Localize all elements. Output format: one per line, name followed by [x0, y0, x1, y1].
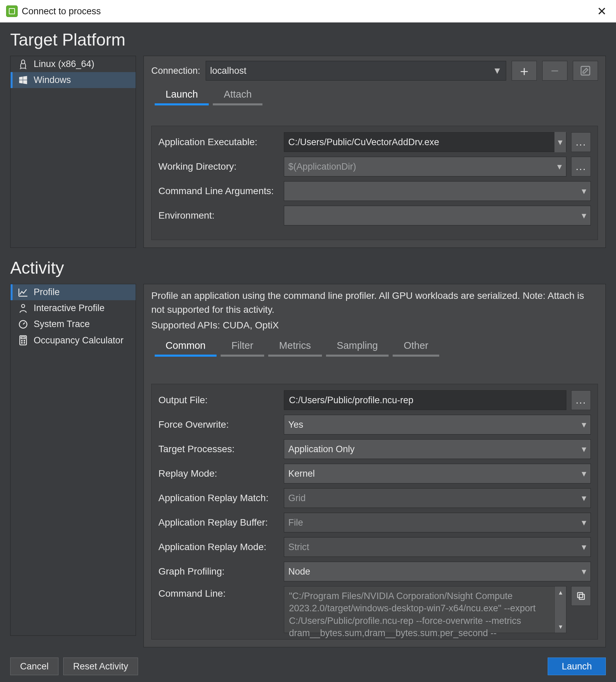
activity-heading: Activity [10, 258, 606, 278]
cancel-button[interactable]: Cancel [10, 658, 58, 675]
chevron-down-icon: ▾ [557, 161, 562, 172]
svg-rect-11 [578, 593, 583, 598]
sidebar-item-label: Occupancy Calculator [34, 335, 123, 346]
env-input[interactable]: ▾ [284, 206, 591, 225]
chevron-down-icon: ▼ [493, 66, 502, 76]
person-icon [17, 303, 29, 313]
tab-filter[interactable]: Filter [221, 339, 264, 357]
svg-point-0 [21, 60, 25, 64]
sidebar-item-system-trace[interactable]: System Trace [11, 316, 136, 332]
tab-metrics[interactable]: Metrics [268, 339, 322, 357]
cmd-args-label: Command Line Arguments: [158, 186, 279, 197]
sidebar-item-label: System Trace [34, 319, 90, 329]
tab-sampling[interactable]: Sampling [326, 339, 389, 357]
graph-profiling-label: Graph Profiling: [158, 566, 279, 577]
output-file-label: Output File: [158, 395, 279, 406]
graph-profiling-select[interactable]: Node ▾ [284, 562, 591, 581]
app-replay-match-select: Grid ▾ [284, 488, 591, 508]
app-icon [6, 5, 18, 17]
cmd-args-input[interactable]: ▾ [284, 181, 591, 201]
app-exec-input[interactable]: C:/Users/Public/CuVectorAddDrv.exe ▾ [284, 132, 566, 152]
work-dir-label: Working Directory: [158, 161, 279, 172]
app-replay-buffer-label: Application Replay Buffer: [158, 517, 279, 528]
linux-icon [17, 59, 29, 69]
svg-rect-10 [579, 594, 584, 599]
chevron-down-icon: ▾ [582, 210, 586, 221]
svg-point-7 [24, 340, 24, 341]
browse-work-dir-button[interactable]: ... [571, 157, 591, 176]
activity-sidebar: Profile Interactive Profile System Trace [10, 284, 136, 636]
replay-mode-label: Replay Mode: [158, 468, 279, 479]
close-icon[interactable]: ✕ [594, 4, 610, 18]
chevron-down-icon: ▾ [582, 493, 586, 504]
copy-command-button[interactable] [571, 586, 591, 606]
sidebar-item-interactive-profile[interactable]: Interactive Profile [11, 300, 136, 316]
titlebar: Connect to process ✕ [0, 0, 616, 22]
tab-attach[interactable]: Attach [213, 87, 262, 105]
work-dir-input[interactable]: $(ApplicationDir) ▾ [284, 157, 566, 176]
svg-point-6 [21, 340, 22, 341]
chevron-down-icon: ▾ [582, 419, 586, 430]
scroll-down-icon[interactable]: ▾ [559, 621, 562, 633]
platform-sidebar: Linux (x86_64) Windows [10, 56, 136, 248]
browse-app-exec-button[interactable]: ... [571, 132, 591, 152]
app-replay-match-label: Application Replay Match: [158, 493, 279, 504]
minus-icon: − [551, 63, 559, 79]
connection-label: Connection: [151, 66, 200, 76]
chevron-down-icon: ▾ [582, 468, 586, 479]
sidebar-item-linux[interactable]: Linux (x86_64) [11, 56, 136, 72]
chevron-down-icon: ▾ [554, 132, 566, 152]
footer: Cancel Reset Activity Launch [10, 647, 606, 675]
browse-output-file-button[interactable]: ... [571, 390, 591, 410]
replay-mode-select[interactable]: Kernel ▾ [284, 464, 591, 483]
command-line-display: "C:/Program Files/NVIDIA Corporation/Nsi… [284, 586, 566, 633]
tab-other[interactable]: Other [393, 339, 439, 357]
sidebar-item-profile[interactable]: Profile [11, 284, 136, 300]
sidebar-item-windows[interactable]: Windows [11, 72, 136, 88]
command-line-label: Command Line: [158, 586, 279, 599]
chevron-down-icon: ▾ [582, 566, 586, 577]
launch-button[interactable]: Launch [548, 658, 606, 675]
app-exec-label: Application Executable: [158, 137, 279, 148]
force-overwrite-select[interactable]: Yes ▾ [284, 415, 591, 434]
plus-icon: ＋ [517, 62, 531, 80]
reset-activity-button[interactable]: Reset Activity [63, 658, 138, 675]
chevron-down-icon: ▾ [582, 444, 586, 455]
output-file-input[interactable] [284, 390, 566, 410]
target-platform-heading: Target Platform [10, 30, 606, 50]
scrollbar[interactable]: ▴ ▾ [554, 586, 566, 633]
chart-icon [17, 288, 29, 297]
add-connection-button[interactable]: ＋ [512, 61, 537, 81]
activity-apis: Supported APIs: CUDA, OptiX [151, 319, 598, 333]
app-replay-mode-label: Application Replay Mode: [158, 542, 279, 552]
sidebar-item-label: Windows [34, 75, 71, 85]
connection-select[interactable]: localhost ▼ [206, 61, 506, 81]
calculator-icon [17, 335, 29, 346]
scroll-up-icon[interactable]: ▴ [559, 586, 562, 598]
app-replay-buffer-select: File ▾ [284, 513, 591, 532]
windows-icon [17, 75, 29, 85]
force-overwrite-label: Force Overwrite: [158, 419, 279, 430]
edit-connection-button[interactable] [573, 61, 598, 81]
sidebar-item-label: Linux (x86_64) [34, 59, 95, 69]
chevron-down-icon: ▾ [582, 186, 586, 197]
svg-rect-5 [21, 337, 25, 339]
tab-common[interactable]: Common [155, 339, 217, 357]
activity-description: Profile an application using the command… [151, 289, 598, 317]
svg-rect-1 [581, 66, 590, 75]
svg-point-2 [21, 304, 24, 307]
remove-connection-button[interactable]: − [542, 61, 567, 81]
svg-point-9 [24, 342, 24, 343]
tab-launch[interactable]: Launch [155, 87, 209, 105]
target-processes-label: Target Processes: [158, 444, 279, 455]
svg-point-8 [21, 342, 22, 343]
target-processes-select[interactable]: Application Only ▾ [284, 439, 591, 459]
chevron-down-icon: ▾ [582, 517, 586, 528]
sidebar-item-occupancy-calculator[interactable]: Occupancy Calculator [11, 332, 136, 348]
chevron-down-icon: ▾ [582, 542, 586, 552]
app-replay-mode-select: Strict ▾ [284, 537, 591, 557]
copy-icon [576, 591, 586, 601]
edit-icon [580, 65, 591, 76]
sidebar-item-label: Profile [34, 287, 60, 297]
gauge-icon [17, 319, 29, 329]
